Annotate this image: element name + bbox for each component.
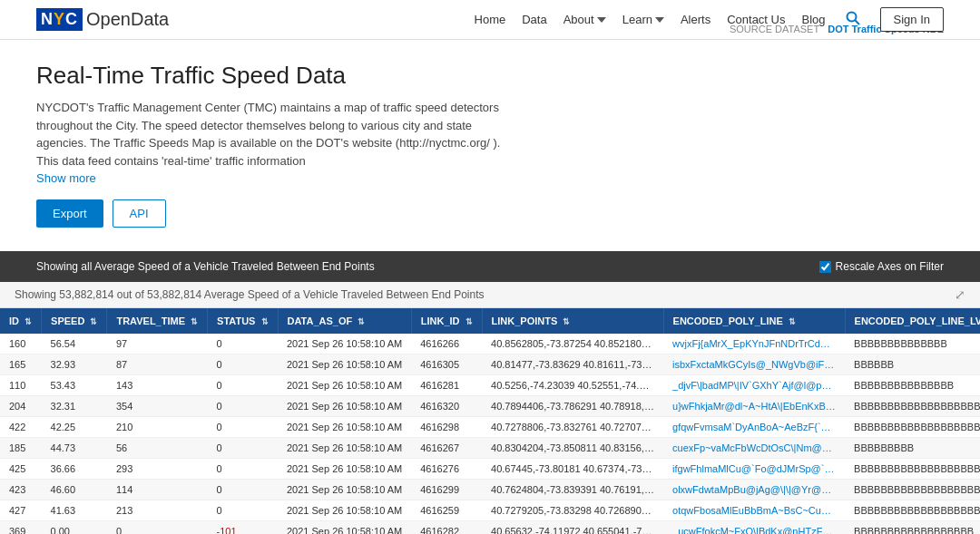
table-cell: 41.63 xyxy=(42,500,107,521)
nav-blog[interactable]: Blog xyxy=(801,13,825,26)
table-cell: 0 xyxy=(208,334,278,354)
nav-about[interactable]: About xyxy=(564,13,606,26)
table-cell: 422 xyxy=(0,417,42,438)
show-more-link[interactable]: Show more xyxy=(36,171,944,185)
col-status[interactable]: STATUS ⇅ xyxy=(208,308,278,334)
nav-alerts[interactable]: Alerts xyxy=(681,13,710,26)
table-cell: 40.67445,-73.80181 40.67374,-73.80154 40… xyxy=(482,459,663,480)
table-cell: 0 xyxy=(208,500,278,521)
table-cell: BBBBBBBBB xyxy=(845,438,980,459)
table-cell: 40.7278806,-73.832761 40.7270705,-73.832… xyxy=(482,417,663,438)
main-content: SOURCE DATASET DOT Traffic Speeds NBE Re… xyxy=(0,40,980,242)
table-cell: isbxFxctaMkGCyIs@_NWgVb@iF`@ xyxy=(663,354,845,375)
table-cell: 423 xyxy=(0,480,42,500)
col-encoded-poly-line[interactable]: ENCODED_POLY_LINE ⇅ xyxy=(663,308,845,334)
table-row: 16056.549702021 Sep 26 10:58:10 AM461626… xyxy=(0,334,980,354)
table-cell: 4616282 xyxy=(411,521,482,535)
table-row: 42242.2521002021 Sep 26 10:58:10 AM46162… xyxy=(0,417,980,438)
table-cell: 427 xyxy=(0,500,42,521)
table-cell: 56.54 xyxy=(42,334,107,354)
table-cell: 2021 Sep 26 10:58:10 AM xyxy=(278,334,411,354)
table-cell: 40.8562805,-73.87254 40.8521804,-73.8715… xyxy=(482,334,663,354)
table-cell: 4616298 xyxy=(411,417,482,438)
table-cell: 4616320 xyxy=(411,396,482,417)
logo: NYC OpenData xyxy=(36,8,169,31)
table-row: 11053.4314302021 Sep 26 10:58:10 AM46162… xyxy=(0,375,980,396)
col-id[interactable]: ID ⇅ xyxy=(0,308,42,334)
rescale-axes-checkbox[interactable] xyxy=(819,261,831,273)
table-cell: 40.8304204,-73.850811 40.83156,-73.85467… xyxy=(482,438,663,459)
table-cell: 2021 Sep 26 10:58:10 AM xyxy=(278,417,411,438)
table-cell: 46.60 xyxy=(42,480,107,500)
expand-icon[interactable]: ⤢ xyxy=(955,287,965,302)
table-cell: BBBBBBBBBBBBBBBBBB xyxy=(845,521,980,535)
table-row: 3690.000-1012021 Sep 26 10:58:10 AM46162… xyxy=(0,521,980,535)
table-cell: BBBBBB xyxy=(845,354,980,375)
table-cell: 42.25 xyxy=(42,417,107,438)
table-cell: BBBBBBBBBBBBBBBBBBBBBBBBBBBBB xyxy=(845,396,980,417)
table-cell: 293 xyxy=(107,459,208,480)
table-cell: 2021 Sep 26 10:58:10 AM xyxy=(278,500,411,521)
table-cell: 87 xyxy=(107,354,208,375)
table-cell: -101 xyxy=(208,521,278,535)
col-data-as-of[interactable]: DATA_AS_OF ⇅ xyxy=(278,308,411,334)
table-cell: 32.93 xyxy=(42,354,107,375)
table-cell: BBBBBBBBBBBBBBBBBBBBBBBBBBBBB xyxy=(845,417,980,438)
nav-home[interactable]: Home xyxy=(475,13,506,26)
nyc-logo: NYC xyxy=(36,8,83,31)
action-buttons: Export API xyxy=(36,199,944,228)
table-cell: 0 xyxy=(208,459,278,480)
col-speed[interactable]: SPEED ⇅ xyxy=(42,308,107,334)
signin-button[interactable]: Sign In xyxy=(880,7,944,32)
table-cell: 0 xyxy=(208,396,278,417)
table-cell: 213 xyxy=(107,500,208,521)
col-link-points[interactable]: LINK_POINTS ⇅ xyxy=(482,308,663,334)
table-cell: 36.66 xyxy=(42,459,107,480)
table-cell: BBBBBBBBBBBBBB xyxy=(845,334,980,354)
table-cell: 53.43 xyxy=(42,375,107,396)
table-cell: 0 xyxy=(208,354,278,375)
export-button[interactable]: Export xyxy=(36,199,103,228)
table-cell: 0 xyxy=(208,438,278,459)
table-cell: _djvF\|badMP\|IV`GXhY`Ajf@l@pXzOp@`NT> xyxy=(663,375,845,396)
table-cell: 354 xyxy=(107,396,208,417)
nav-learn[interactable]: Learn xyxy=(622,13,664,26)
table-cell: 160 xyxy=(0,334,42,354)
table-cell: 4616299 xyxy=(411,480,482,500)
table-row: 42741.6321302021 Sep 26 10:58:10 AM46162… xyxy=(0,500,980,521)
table-cell: 143 xyxy=(107,375,208,396)
table-cell: 114 xyxy=(107,480,208,500)
description-text: NYCDOT's Traffic Management Center (TMC)… xyxy=(36,99,508,170)
table-cell: 32.31 xyxy=(42,396,107,417)
filter-bar: Showing all Average Speed of a Vehicle T… xyxy=(0,251,980,282)
nav-data[interactable]: Data xyxy=(522,13,546,26)
table-cell: 0 xyxy=(107,521,208,535)
table-cell: 4616305 xyxy=(411,354,482,375)
search-button[interactable] xyxy=(842,9,864,31)
table-cell: 2021 Sep 26 10:58:10 AM xyxy=(278,438,411,459)
nav-contact-us[interactable]: Contact Us xyxy=(727,13,785,26)
data-table: ID ⇅ SPEED ⇅ TRAVEL_TIME ⇅ STATUS ⇅ DATA… xyxy=(0,308,980,534)
api-button[interactable]: API xyxy=(113,199,166,228)
page-title: Real-Time Traffic Speed Data xyxy=(36,62,944,90)
table-cell: _ucwFfokcM~FxO\|BdKx@nHTzFw@vc@F~Dr xyxy=(663,521,845,535)
table-cell: gfqwFvmsaM`DyAnBoA~AeBzF{`B_C`BgBhBa xyxy=(663,417,845,438)
table-cell: 2021 Sep 26 10:58:10 AM xyxy=(278,480,411,500)
col-travel-time[interactable]: TRAVEL_TIME ⇅ xyxy=(107,308,208,334)
table-cell: 2021 Sep 26 10:58:10 AM xyxy=(278,375,411,396)
table-cell: 2021 Sep 26 10:58:10 AM xyxy=(278,354,411,375)
table-cell: 165 xyxy=(0,354,42,375)
col-encoded-poly-line-lvls[interactable]: ENCODED_POLY_LINE_LVLS ⇅ xyxy=(845,308,980,334)
table-cell: 4616276 xyxy=(411,459,482,480)
main-nav: Home Data About Learn Alerts Contact Us … xyxy=(475,7,944,32)
table-cell: 97 xyxy=(107,334,208,354)
table-cell: 2021 Sep 26 10:58:10 AM xyxy=(278,459,411,480)
table-cell: 0 xyxy=(208,375,278,396)
table-cell: 4616281 xyxy=(411,375,482,396)
table-cell: 4616259 xyxy=(411,500,482,521)
col-link-id[interactable]: LINK_ID ⇅ xyxy=(411,308,482,334)
table-row: 42536.6629302021 Sep 26 10:58:10 AM46162… xyxy=(0,459,980,480)
rescale-axes-checkbox-label[interactable]: Rescale Axes on Filter xyxy=(819,260,944,273)
table-cell: 44.73 xyxy=(42,438,107,459)
table-info-text: Showing 53,882,814 out of 53,882,814 Ave… xyxy=(15,288,485,301)
